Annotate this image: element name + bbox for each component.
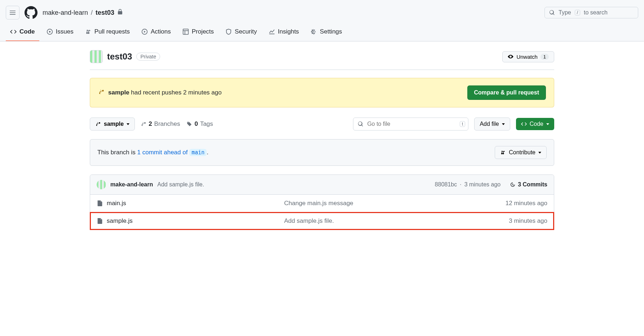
contribute-button[interactable]: Contribute — [495, 146, 547, 159]
ahead-link[interactable]: 1 commit ahead of — [137, 149, 188, 156]
contribute-label: Contribute — [509, 149, 535, 156]
ahead-suffix: . — [207, 149, 208, 156]
branch-icon — [141, 121, 146, 127]
tags-link[interactable]: 0 Tags — [186, 120, 213, 128]
author-avatar[interactable] — [97, 180, 106, 189]
issues-icon — [47, 28, 53, 35]
github-logo[interactable] — [25, 6, 38, 19]
flash-text: had recent pushes 2 minutes ago — [129, 89, 222, 96]
chevron-down-icon — [127, 123, 129, 125]
compare-pr-button[interactable]: Compare & pull request — [467, 85, 546, 100]
global-search[interactable]: Type / to search — [544, 7, 638, 18]
file-commit-message[interactable]: Add sample.js file. — [284, 217, 490, 225]
commit-author[interactable]: make-and-learn — [110, 181, 153, 188]
branches-link[interactable]: 2 Branches — [141, 120, 180, 128]
repo-avatar — [90, 50, 103, 63]
svg-point-1 — [49, 31, 50, 33]
menu-button[interactable] — [6, 6, 19, 19]
tab-settings[interactable]: Settings — [306, 24, 346, 41]
file-time: 3 minutes ago — [490, 217, 547, 225]
projects-icon — [182, 28, 189, 35]
svg-rect-3 — [183, 29, 188, 35]
tab-code[interactable]: Code — [6, 24, 39, 41]
code-icon — [10, 28, 17, 35]
file-row[interactable]: main.jsChange main.js message12 minutes … — [90, 195, 554, 212]
base-branch[interactable]: main — [189, 149, 207, 156]
search-suffix: to search — [584, 9, 608, 16]
search-icon — [549, 10, 555, 16]
file-icon — [97, 200, 103, 207]
branch-name: sample — [104, 121, 124, 127]
go-to-file-key: t — [460, 121, 465, 127]
breadcrumb-separator: / — [91, 9, 93, 17]
file-row[interactable]: sample.jsAdd sample.js file.3 minutes ag… — [90, 212, 554, 230]
lock-icon — [117, 9, 123, 17]
commit-time: 3 minutes ago — [464, 181, 501, 188]
chevron-down-icon — [546, 123, 549, 125]
file-time: 12 minutes ago — [490, 200, 547, 207]
github-icon — [25, 6, 38, 19]
branch-icon — [95, 121, 101, 127]
unwatch-button[interactable]: Unwatch 1 — [502, 51, 554, 62]
branch-icon — [98, 89, 105, 97]
tag-icon — [186, 121, 192, 127]
file-icon — [97, 218, 103, 224]
branch-comparison-box: This branch is 1 commit ahead of main. C… — [90, 139, 554, 166]
gear-icon — [310, 28, 317, 35]
tab-issues-label: Issues — [56, 28, 74, 35]
recent-push-flash: sample had recent pushes 2 minutes ago C… — [90, 78, 554, 107]
graph-icon — [269, 28, 275, 35]
tab-pulls[interactable]: Pull requests — [81, 24, 134, 41]
eye-icon — [508, 54, 513, 59]
code-button-label: Code — [530, 121, 543, 127]
breadcrumb-owner[interactable]: make-and-learn — [43, 9, 88, 17]
file-name[interactable]: main.js — [107, 200, 126, 207]
unwatch-label: Unwatch — [516, 54, 537, 60]
tab-pulls-label: Pull requests — [94, 28, 130, 35]
file-name[interactable]: sample.js — [107, 217, 133, 225]
hamburger-icon — [9, 9, 16, 16]
tab-actions-label: Actions — [151, 28, 171, 35]
tab-insights[interactable]: Insights — [264, 24, 304, 41]
pr-icon — [500, 150, 506, 155]
actions-icon — [141, 28, 148, 35]
tab-actions[interactable]: Actions — [137, 24, 175, 41]
history-icon — [510, 182, 516, 187]
file-commit-message[interactable]: Change main.js message — [284, 200, 490, 207]
tab-insights-label: Insights — [278, 28, 299, 35]
visibility-badge: Private — [136, 53, 160, 61]
tab-issues[interactable]: Issues — [42, 24, 78, 41]
tab-code-label: Code — [19, 28, 35, 35]
commit-message[interactable]: Add sample.js file. — [157, 181, 204, 188]
tab-security-label: Security — [235, 28, 257, 35]
flash-branch: sample — [108, 89, 129, 96]
repo-nav: Code Issues Pull requests Actions Projec… — [0, 24, 644, 41]
watch-count: 1 — [541, 54, 549, 60]
tab-projects-label: Projects — [192, 28, 214, 35]
search-icon — [358, 121, 363, 127]
go-to-file-field[interactable] — [367, 121, 464, 127]
chevron-down-icon — [538, 152, 541, 154]
search-prefix: Type — [559, 9, 571, 16]
pr-icon — [85, 28, 92, 35]
breadcrumb-repo[interactable]: test03 — [96, 9, 114, 17]
code-button[interactable]: Code — [516, 118, 554, 130]
repo-title: test03 — [107, 52, 132, 62]
code-icon — [521, 121, 527, 127]
file-list: make-and-learn Add sample.js file. 88081… — [90, 174, 554, 230]
ahead-prefix: This branch is — [97, 149, 137, 156]
tab-projects[interactable]: Projects — [178, 24, 218, 41]
latest-commit: make-and-learn Add sample.js file. 88081… — [90, 175, 554, 195]
add-file-label: Add file — [480, 121, 499, 127]
search-key: / — [575, 10, 580, 16]
tab-settings-label: Settings — [320, 28, 342, 35]
tab-security[interactable]: Security — [221, 24, 261, 41]
commits-count: 3 Commits — [518, 181, 547, 188]
branch-selector[interactable]: sample — [90, 118, 135, 131]
commit-sha[interactable]: 88081bc — [435, 181, 457, 188]
chevron-down-icon — [502, 123, 505, 125]
commits-link[interactable]: 3 Commits — [510, 181, 547, 188]
add-file-button[interactable]: Add file — [474, 118, 510, 131]
go-to-file-input[interactable]: t — [353, 118, 468, 131]
breadcrumb: make-and-learn / test03 — [43, 9, 123, 17]
